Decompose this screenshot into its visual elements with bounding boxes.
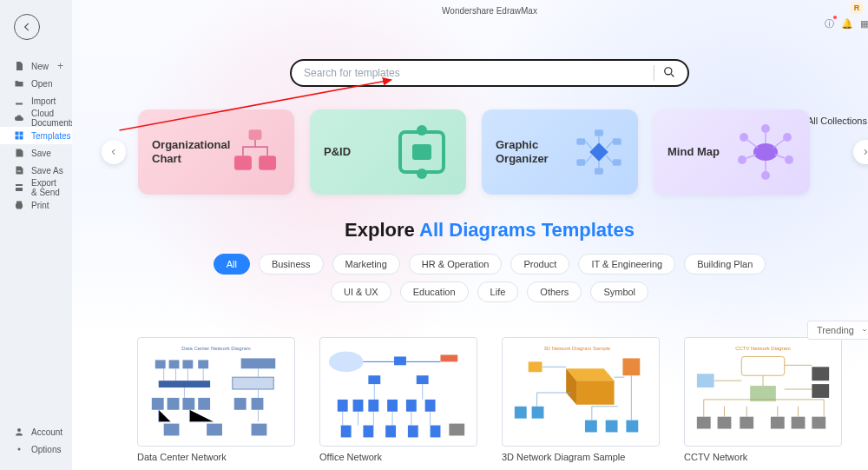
template-card[interactable]: CCTV Network Diagram: [684, 337, 842, 462]
svg-rect-59: [408, 426, 418, 438]
sidebar-item-import[interactable]: Import: [0, 92, 72, 109]
back-button[interactable]: [14, 14, 40, 40]
template-card[interactable]: Office Network: [319, 337, 477, 462]
filter-ui-ux[interactable]: UI & UX: [331, 281, 391, 302]
help-icon[interactable]: ⓘ: [825, 17, 834, 30]
sort-dropdown[interactable]: Trending: [807, 321, 868, 340]
svg-rect-33: [241, 358, 276, 368]
svg-point-22: [740, 133, 748, 142]
sidebar-item-options[interactable]: Options: [0, 440, 72, 458]
sidebar-item-label: Print: [31, 201, 49, 210]
svg-rect-58: [385, 426, 396, 438]
category-label: P&ID: [324, 145, 351, 159]
templates-icon: [14, 130, 24, 141]
sidebar-item-save-as[interactable]: Save As: [0, 162, 72, 179]
filter-product[interactable]: Product: [510, 254, 569, 275]
main-area: Wondershare EdrawMax R — ▢ ✕ ⓘ 🔔 ▦ ☵ ⚙ A…: [72, 0, 868, 470]
carousel-prev-button[interactable]: [102, 140, 126, 164]
sidebar-item-export-send[interactable]: Export & Send: [0, 179, 72, 196]
svg-rect-71: [606, 420, 618, 433]
sidebar-item-label: Export & Send: [31, 178, 63, 197]
svg-rect-61: [449, 424, 464, 436]
template-thumb: 3D Network Diagram Sample: [502, 337, 660, 447]
apps-icon[interactable]: ▦: [860, 18, 868, 30]
svg-rect-50: [338, 400, 348, 412]
svg-rect-84: [812, 417, 825, 429]
sidebar-item-print[interactable]: Print: [0, 196, 72, 214]
svg-rect-80: [718, 417, 732, 429]
svg-rect-34: [159, 381, 210, 387]
window-controls: R — ▢ ✕: [851, 2, 868, 14]
sidebar-item-label: New: [31, 62, 49, 71]
svg-rect-69: [532, 407, 544, 419]
svg-point-5: [18, 448, 21, 451]
bell-icon[interactable]: 🔔: [841, 18, 853, 30]
avatar[interactable]: R: [851, 2, 863, 14]
svg-point-6: [665, 67, 672, 74]
sidebar-item-label: Account: [31, 427, 62, 437]
sidebar-item-new[interactable]: New +: [0, 57, 72, 75]
filter-hr-operation[interactable]: HR & Operation: [409, 254, 503, 275]
svg-rect-72: [626, 420, 638, 433]
template-title: 3D Network Diagram Sample: [502, 452, 660, 462]
sidebar-item-label: Save: [31, 149, 51, 158]
template-grid: Data Center Network Diagram: [72, 337, 868, 462]
template-title: CCTV Network: [684, 452, 842, 462]
sidebar-item-save[interactable]: Save: [0, 144, 72, 162]
category-card-mind-map[interactable]: Mind Map: [654, 109, 810, 195]
filter-business[interactable]: Business: [259, 254, 324, 275]
svg-rect-32: [198, 360, 208, 368]
svg-rect-75: [697, 374, 714, 387]
sidebar-item-label: Templates: [31, 131, 71, 141]
filter-row-2: UI & UX Education Life Others Symbol: [72, 281, 868, 302]
template-card[interactable]: 3D Network Diagram Sample: [502, 337, 660, 462]
filter-education[interactable]: Education: [400, 281, 469, 302]
search-bar: [290, 59, 689, 87]
explore-accent: All Diagrams Templates: [419, 219, 635, 241]
svg-rect-43: [207, 424, 222, 436]
svg-rect-42: [164, 424, 180, 436]
category-card-graphic-organizer[interactable]: Graphic Organizer: [482, 109, 638, 195]
explore-heading: Explore All Diagrams Templates: [72, 219, 868, 242]
graphic-organizer-icon: [574, 123, 624, 181]
svg-rect-40: [234, 398, 247, 410]
template-card[interactable]: Data Center Network Diagram: [137, 337, 295, 462]
sidebar-item-account[interactable]: Account: [0, 423, 72, 440]
svg-point-23: [783, 133, 792, 142]
filter-all[interactable]: All: [214, 254, 250, 275]
sidebar-item-templates[interactable]: Templates: [0, 127, 72, 144]
filter-symbol[interactable]: Symbol: [590, 281, 648, 302]
sidebar-item-cloud-documents[interactable]: Cloud Documents: [0, 109, 72, 127]
svg-rect-46: [394, 356, 406, 365]
filter-it-engineering[interactable]: IT & Engineering: [578, 254, 675, 275]
svg-text:3D Network Diagram Sample: 3D Network Diagram Sample: [543, 346, 610, 351]
user-icon: [14, 427, 24, 437]
sidebar-menu: New + Open Import Cloud Documents Templa…: [0, 57, 72, 214]
svg-rect-57: [363, 426, 373, 438]
svg-point-27: [761, 171, 770, 180]
svg-rect-56: [341, 426, 352, 438]
svg-text:Data Center Network Diagram: Data Center Network Diagram: [181, 346, 250, 351]
svg-rect-54: [406, 400, 417, 412]
sidebar-item-open[interactable]: Open: [0, 75, 72, 92]
svg-rect-74: [741, 356, 784, 375]
filter-marketing[interactable]: Marketing: [332, 254, 400, 275]
category-label: Graphic Organizer: [496, 138, 574, 167]
search-input[interactable]: [304, 67, 645, 79]
category-card-pid[interactable]: P&ID: [310, 109, 466, 195]
filter-life[interactable]: Life: [477, 281, 519, 302]
svg-rect-17: [576, 159, 585, 165]
sidebar-item-label: Open: [31, 79, 52, 89]
svg-rect-16: [613, 138, 621, 144]
carousel-next-button[interactable]: [853, 140, 868, 164]
search-button[interactable]: [663, 66, 675, 81]
print-icon: [14, 200, 24, 210]
template-thumb: Data Center Network Diagram: [137, 337, 295, 447]
filter-building-plan[interactable]: Building Plan: [684, 254, 766, 275]
cloud-icon: [14, 113, 24, 123]
plus-icon[interactable]: +: [57, 60, 63, 72]
sidebar: New + Open Import Cloud Documents Templa…: [0, 0, 72, 470]
category-card-org-chart[interactable]: Organizational Chart: [138, 109, 294, 195]
filter-others[interactable]: Others: [527, 281, 582, 302]
svg-rect-0: [16, 132, 19, 136]
